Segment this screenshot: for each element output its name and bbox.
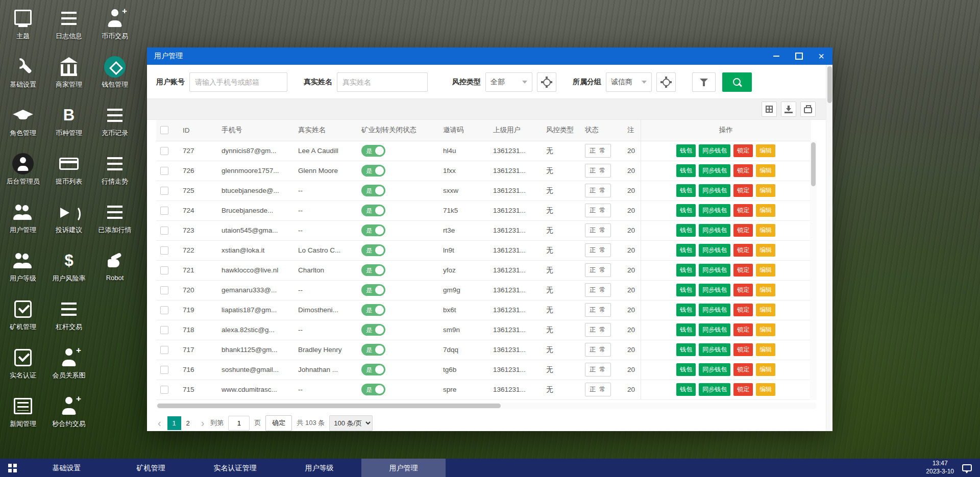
action-wallet-button[interactable]: 钱包 xyxy=(676,244,696,257)
desktop-shortcut-新闻管理[interactable]: 新闻管理 xyxy=(0,391,46,439)
action-edit-button[interactable]: 编辑 xyxy=(756,264,775,277)
transfer-toggle[interactable]: 是 xyxy=(361,324,385,336)
group-select[interactable]: 诚信商 xyxy=(606,72,652,92)
action-wallet-button[interactable]: 钱包 xyxy=(676,224,696,237)
page-number-2[interactable]: 2 xyxy=(181,416,195,430)
desktop-shortcut-后台管理员[interactable]: 后台管理员 xyxy=(0,148,46,197)
action-lock-button[interactable]: 锁定 xyxy=(733,304,753,316)
action-lock-button[interactable]: 锁定 xyxy=(733,363,753,376)
desktop-shortcut-用户等级[interactable]: 用户等级 xyxy=(0,245,46,294)
row-checkbox[interactable] xyxy=(160,266,168,274)
action-edit-button[interactable]: 编辑 xyxy=(756,144,775,157)
transfer-toggle[interactable]: 是 xyxy=(361,224,385,236)
desktop-shortcut-币种管理[interactable]: B币种管理 xyxy=(46,100,92,148)
action-lock-button[interactable]: 锁定 xyxy=(733,343,753,356)
action-edit-button[interactable]: 编辑 xyxy=(756,184,775,197)
action-sync-wallet-button[interactable]: 同步钱包 xyxy=(699,383,730,396)
action-lock-button[interactable]: 锁定 xyxy=(733,164,753,177)
action-edit-button[interactable]: 编辑 xyxy=(756,343,775,356)
scrollbar-thumb[interactable] xyxy=(811,142,816,186)
action-lock-button[interactable]: 锁定 xyxy=(733,204,753,217)
action-edit-button[interactable]: 编辑 xyxy=(756,363,775,376)
prev-page-button[interactable] xyxy=(156,416,163,430)
transfer-toggle[interactable]: 是 xyxy=(361,284,385,296)
action-wallet-button[interactable]: 钱包 xyxy=(676,264,696,277)
group-settings-button[interactable] xyxy=(656,72,676,92)
account-input[interactable] xyxy=(189,72,287,92)
action-sync-wallet-button[interactable]: 同步钱包 xyxy=(699,144,730,157)
desktop-shortcut-基础设置[interactable]: 基础设置 xyxy=(0,52,46,100)
action-sync-wallet-button[interactable]: 同步钱包 xyxy=(699,224,730,237)
action-lock-button[interactable]: 锁定 xyxy=(733,284,753,296)
scrollbar-thumb[interactable] xyxy=(157,404,501,408)
taskbar-item-实名认证管理[interactable]: 实名认证管理 xyxy=(193,459,277,477)
table-vertical-scrollbar[interactable] xyxy=(810,141,817,400)
transfer-toggle[interactable]: 是 xyxy=(361,185,385,196)
desktop-shortcut-杠杆交易[interactable]: 杠杆交易 xyxy=(46,294,92,342)
close-button[interactable] xyxy=(817,52,825,60)
row-checkbox[interactable] xyxy=(160,246,168,255)
desktop-shortcut-实名认证[interactable]: 实名认证 xyxy=(0,342,46,391)
action-sync-wallet-button[interactable]: 同步钱包 xyxy=(699,184,730,197)
action-edit-button[interactable]: 编辑 xyxy=(756,164,775,177)
action-sync-wallet-button[interactable]: 同步钱包 xyxy=(699,244,730,257)
taskbar-item-基础设置[interactable]: 基础设置 xyxy=(24,459,109,477)
action-wallet-button[interactable]: 钱包 xyxy=(676,323,696,336)
action-edit-button[interactable]: 编辑 xyxy=(756,383,775,396)
per-page-select[interactable]: 100 条/页 xyxy=(329,415,373,431)
action-wallet-button[interactable]: 钱包 xyxy=(676,304,696,316)
action-wallet-button[interactable]: 钱包 xyxy=(676,343,696,356)
risk-settings-button[interactable] xyxy=(537,72,556,92)
realname-input[interactable] xyxy=(337,72,428,92)
row-checkbox[interactable] xyxy=(160,227,168,235)
action-wallet-button[interactable]: 钱包 xyxy=(676,184,696,197)
desktop-shortcut-用户管理[interactable]: 用户管理 xyxy=(0,197,46,245)
desktop-shortcut-主题[interactable]: 主题 xyxy=(0,3,46,52)
action-sync-wallet-button[interactable]: 同步钱包 xyxy=(699,323,730,336)
row-checkbox[interactable] xyxy=(160,286,168,294)
action-wallet-button[interactable]: 钱包 xyxy=(676,383,696,396)
transfer-toggle[interactable]: 是 xyxy=(361,165,385,177)
risk-type-select[interactable]: 全部 xyxy=(485,72,532,92)
transfer-toggle[interactable]: 是 xyxy=(361,244,385,256)
action-lock-button[interactable]: 锁定 xyxy=(733,244,753,257)
action-edit-button[interactable]: 编辑 xyxy=(756,224,775,237)
print-button[interactable] xyxy=(800,102,816,117)
action-lock-button[interactable]: 锁定 xyxy=(733,184,753,197)
desktop-shortcut-钱包管理[interactable]: 钱包管理 xyxy=(92,52,138,100)
action-lock-button[interactable]: 锁定 xyxy=(733,144,753,157)
transfer-toggle[interactable]: 是 xyxy=(361,264,385,276)
chat-bubble-icon[interactable] xyxy=(962,464,972,471)
row-checkbox[interactable] xyxy=(160,306,168,314)
transfer-toggle[interactable]: 是 xyxy=(361,364,385,375)
goto-page-input[interactable] xyxy=(228,416,250,431)
desktop-shortcut-矿机管理[interactable]: 矿机管理 xyxy=(0,294,46,342)
transfer-toggle[interactable]: 是 xyxy=(361,304,385,316)
desktop-shortcut-日志信息[interactable]: 日志信息 xyxy=(46,3,92,52)
action-sync-wallet-button[interactable]: 同步钱包 xyxy=(699,164,730,177)
table-horizontal-scrollbar[interactable] xyxy=(156,403,817,409)
action-edit-button[interactable]: 编辑 xyxy=(756,244,775,257)
row-checkbox[interactable] xyxy=(160,326,168,334)
action-wallet-button[interactable]: 钱包 xyxy=(676,144,696,157)
desktop-shortcut-币币交易[interactable]: +币币交易 xyxy=(92,3,138,52)
confirm-page-button[interactable]: 确定 xyxy=(265,415,292,431)
filter-button[interactable] xyxy=(692,72,716,92)
scrollbar-thumb[interactable] xyxy=(827,66,832,103)
desktop-shortcut-秒合约交易[interactable]: +秒合约交易 xyxy=(46,391,92,439)
taskbar-clock[interactable]: 13:47 2023-3-10 xyxy=(926,460,954,475)
action-edit-button[interactable]: 编辑 xyxy=(756,304,775,316)
window-titlebar[interactable]: 用户管理 xyxy=(147,47,832,65)
start-button[interactable] xyxy=(0,459,24,477)
row-checkbox[interactable] xyxy=(160,147,168,155)
next-page-button[interactable] xyxy=(200,416,206,430)
action-sync-wallet-button[interactable]: 同步钱包 xyxy=(699,284,730,296)
action-lock-button[interactable]: 锁定 xyxy=(733,383,753,396)
window-vertical-scrollbar[interactable] xyxy=(826,65,832,431)
row-checkbox[interactable] xyxy=(160,207,168,215)
desktop-shortcut-角色管理[interactable]: 角色管理 xyxy=(0,100,46,148)
desktop-shortcut-行情走势[interactable]: 行情走势 xyxy=(92,148,138,197)
desktop-shortcut-已添加行情[interactable]: 已添加行情 xyxy=(92,197,138,245)
search-button[interactable] xyxy=(722,72,752,92)
desktop-shortcut-提币列表[interactable]: 提币列表 xyxy=(46,148,92,197)
